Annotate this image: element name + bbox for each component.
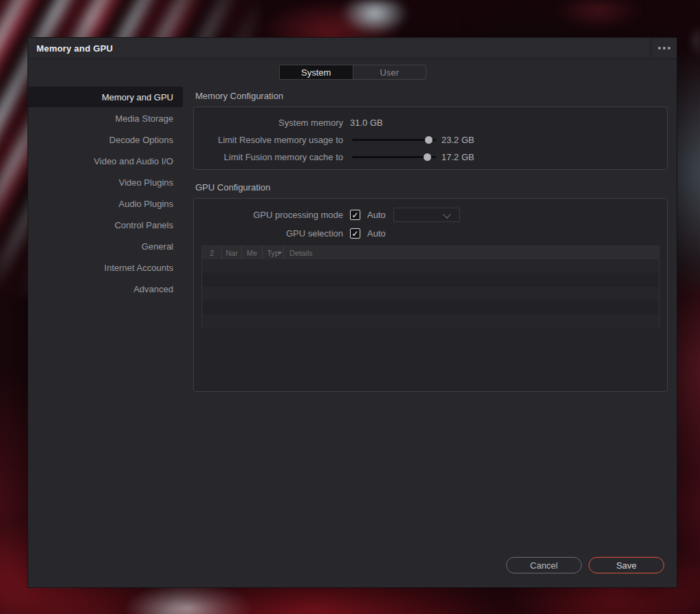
table-row (202, 287, 659, 300)
system-memory-value: 31.0 GB (350, 118, 383, 128)
gpu-table-header: 2 Nar Me Typ Details (202, 246, 659, 260)
ellipsis-icon (668, 47, 670, 50)
gpu-table-header-details[interactable]: Details (284, 246, 659, 259)
gpu-table-body[interactable] (202, 259, 659, 327)
fusion-cache-limit-slider[interactable] (352, 149, 436, 166)
table-row (202, 259, 659, 273)
gpu-selection-row: GPU selection ✓ Auto (194, 224, 667, 243)
sidebar-item-internet-accounts[interactable]: Internet Accounts (28, 257, 183, 278)
ellipsis-icon (663, 47, 666, 50)
resolve-memory-limit-label: Limit Resolve memory usage to (194, 135, 343, 145)
tab-system[interactable]: System (280, 65, 353, 79)
gpu-selection-auto-checkbox[interactable]: ✓ (350, 228, 360, 239)
resolve-memory-limit-row: Limit Resolve memory usage to 23.2 GB (194, 131, 667, 149)
sidebar-item-decode-options[interactable]: Decode Options (28, 129, 183, 150)
gpu-selection-auto-label: Auto (367, 228, 386, 239)
system-memory-label: System memory (194, 118, 343, 128)
memory-configuration-heading: Memory Configuration (195, 91, 283, 101)
sidebar-item-audio-plugins[interactable]: Audio Plugins (28, 193, 183, 214)
gpu-configuration-group: GPU processing mode ✓ Auto GPU selection… (193, 198, 668, 392)
sort-arrow-icon (278, 252, 282, 254)
gpu-configuration-heading: GPU Configuration (195, 182, 270, 193)
gpu-processing-mode-dropdown[interactable] (393, 208, 460, 222)
preferences-sidebar: Memory and GPU Media Storage Decode Opti… (28, 58, 183, 587)
sidebar-item-memory-and-gpu[interactable]: Memory and GPU (28, 87, 183, 107)
gpu-table-header-memory[interactable]: Me (242, 246, 263, 259)
dialog-title: Memory and GPU (36, 43, 113, 54)
sidebar-item-general[interactable]: General (28, 236, 183, 256)
sidebar-item-advanced[interactable]: Advanced (28, 278, 183, 299)
gpu-table-header-type[interactable]: Typ (263, 246, 284, 259)
tab-user[interactable]: User (353, 65, 426, 79)
gpu-processing-mode-auto-label: Auto (367, 210, 386, 220)
gpu-processing-mode-auto-checkbox[interactable]: ✓ (350, 210, 360, 220)
table-row (202, 300, 659, 314)
slider-thumb[interactable] (425, 136, 433, 144)
resolve-memory-limit-value: 23.2 GB (441, 135, 474, 145)
sidebar-item-video-audio-io[interactable]: Video and Audio I/O (28, 151, 183, 171)
check-icon: ✓ (351, 229, 358, 239)
resolve-memory-limit-slider[interactable] (352, 131, 436, 149)
cancel-button[interactable]: Cancel (506, 557, 582, 573)
save-button[interactable]: Save (589, 557, 664, 573)
fusion-cache-limit-value: 17.2 GB (441, 152, 474, 162)
preferences-dialog: Memory and GPU System User Memory and GP… (28, 37, 677, 588)
sidebar-item-control-panels[interactable]: Control Panels (28, 215, 183, 235)
chevron-down-icon (443, 210, 450, 218)
check-icon: ✓ (351, 210, 358, 220)
system-memory-row: System memory 31.0 GB (194, 114, 667, 131)
gpu-table-header-col1[interactable]: 2 (202, 246, 222, 259)
sidebar-item-video-plugins[interactable]: Video Plugins (28, 172, 183, 193)
gpu-selection-label: GPU selection (194, 228, 343, 239)
slider-track (352, 139, 436, 141)
fusion-cache-limit-label: Limit Fusion memory cache to (194, 152, 343, 162)
gpu-table-header-name[interactable]: Nar (222, 246, 242, 259)
gpu-list-table[interactable]: 2 Nar Me Typ Details (201, 245, 659, 327)
sidebar-item-media-storage[interactable]: Media Storage (28, 108, 183, 129)
gpu-processing-mode-label: GPU processing mode (194, 210, 343, 220)
dialog-titlebar[interactable]: Memory and GPU (28, 38, 677, 59)
scope-tabs: System User (279, 65, 426, 80)
fusion-cache-limit-row: Limit Fusion memory cache to 17.2 GB (194, 149, 667, 166)
table-row (202, 314, 659, 328)
memory-configuration-group: System memory 31.0 GB Limit Resolve memo… (193, 107, 668, 170)
table-row (202, 273, 659, 287)
ellipsis-icon (658, 47, 661, 50)
ellipsis-menu-button[interactable] (651, 38, 677, 58)
slider-thumb[interactable] (424, 153, 431, 161)
